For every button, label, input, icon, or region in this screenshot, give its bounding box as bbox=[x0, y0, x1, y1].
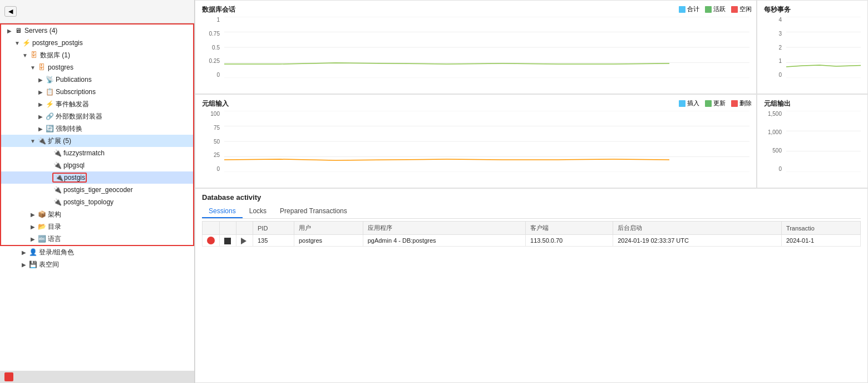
th-user: 用户 bbox=[294, 222, 363, 235]
postgis-label: postgis bbox=[64, 174, 85, 181]
ext-fuzzystrmatch-icon: 🔌 bbox=[52, 149, 62, 157]
chevron-right-icon-ts: ▶ bbox=[20, 262, 28, 268]
tuples-in-svg-container bbox=[224, 111, 749, 172]
collapse-btn[interactable]: ◀ bbox=[4, 6, 17, 17]
legend-update-dot bbox=[705, 100, 712, 107]
sidebar-item-tablespaces[interactable]: ▶ 💾 表空间 bbox=[0, 258, 194, 271]
th-status bbox=[203, 222, 220, 235]
chevron-right-icon-pub: ▶ bbox=[37, 77, 45, 83]
legend-insert-label: 插入 bbox=[687, 99, 699, 107]
legend-delete-dot bbox=[731, 100, 738, 107]
sidebar-item-cast[interactable]: ▶ 🔄 强制转换 bbox=[1, 122, 193, 135]
tuples-in-svg bbox=[224, 111, 749, 172]
legend-update: 更新 bbox=[705, 99, 726, 107]
y-025: 0.25 bbox=[202, 58, 220, 64]
extensions-icon: 🔌 bbox=[37, 137, 47, 145]
subscriptions-icon: 📋 bbox=[45, 88, 55, 96]
legend-insert-dot bbox=[679, 100, 685, 107]
dashboard-grid: 数据库会话 合计 活跃 空闲 1 0.75 0 bbox=[195, 0, 868, 188]
schemas-icon: 📦 bbox=[37, 210, 47, 218]
database-server-icon: ⚡ bbox=[21, 39, 31, 47]
foreign-data-label: 外部数据封装器 bbox=[56, 112, 102, 121]
sidebar-item-postgis-topology[interactable]: 🔌 postgis_topology bbox=[1, 196, 193, 208]
sidebar-item-servers[interactable]: ▶ 🖥 Servers (4) bbox=[1, 24, 193, 37]
chevron-right-icon: ▶ bbox=[6, 28, 13, 34]
legend-idle-dot bbox=[731, 6, 738, 13]
sidebar-item-extensions[interactable]: ▼ 🔌 扩展 (5) bbox=[1, 135, 193, 147]
tps-svg-container bbox=[786, 17, 861, 78]
sidebar-item-foreign-data[interactable]: ▶ 🔗 外部数据封装器 bbox=[1, 110, 193, 122]
sidebar-item-event-triggers[interactable]: ▶ ⚡ 事件触发器 bbox=[1, 98, 193, 110]
chevron-right-icon-fd: ▶ bbox=[37, 114, 45, 120]
legend-update-label: 更新 bbox=[713, 99, 726, 107]
tabs-bar: Sessions Locks Prepared Transactions bbox=[202, 205, 861, 219]
ti-y-75: 75 bbox=[202, 125, 220, 131]
sidebar-item-subscriptions[interactable]: ▶ 📋 Subscriptions bbox=[1, 86, 193, 98]
extensions-label: 扩展 (5) bbox=[48, 136, 71, 146]
ti-y-25: 25 bbox=[202, 152, 220, 158]
to-y-500: 500 bbox=[764, 148, 782, 154]
postgis-tiger-label: postgis_tiger_geocoder bbox=[63, 186, 133, 194]
td-app: pgAdmin 4 - DB:postgres bbox=[363, 235, 525, 247]
sidebar-item-databases[interactable]: ▼ 🗄 数据库 (1) bbox=[1, 49, 193, 61]
sidebar-item-catalogs[interactable]: ▶ 📂 目录 bbox=[1, 220, 193, 233]
ext-plpgsql-icon: 🔌 bbox=[52, 161, 62, 169]
tab-prepared-transactions[interactable]: Prepared Transactions bbox=[273, 205, 354, 218]
tps-y-2: 2 bbox=[764, 45, 782, 51]
chevron-right-icon-cast: ▶ bbox=[37, 126, 45, 132]
languages-label: 语言 bbox=[48, 234, 61, 244]
db-group-label: 数据库 (1) bbox=[40, 51, 70, 60]
tuples-out-title: 元组输出 bbox=[764, 99, 861, 109]
th-backend: 后台启动 bbox=[613, 222, 782, 235]
server-name: postgres_postgis bbox=[32, 39, 83, 47]
tree-panel: ▶ 🖥 Servers (4) ▼ ⚡ postgres_postgis ▼ 🗄… bbox=[0, 23, 194, 246]
sidebar-item-postgis-tiger[interactable]: 🔌 postgis_tiger_geocoder bbox=[1, 184, 193, 196]
chevron-right-icon-lang: ▶ bbox=[29, 236, 37, 242]
plpgsql-label: plpgsql bbox=[63, 161, 85, 169]
th-transaction: Transactio bbox=[781, 222, 860, 235]
db-icon: 🗄 bbox=[37, 63, 47, 71]
play-icon bbox=[241, 238, 246, 244]
sidebar-item-postgis[interactable]: 🔌 postgis bbox=[1, 171, 193, 184]
sidebar-item-login-roles[interactable]: ▶ 👤 登录/组角色 bbox=[0, 246, 194, 258]
th-pid: PID bbox=[253, 222, 294, 235]
chevron-down-icon-3: ▼ bbox=[29, 65, 37, 71]
sidebar-item-fuzzystrmatch[interactable]: 🔌 fuzzystrmatch bbox=[1, 147, 193, 159]
ext-tiger-icon: 🔌 bbox=[52, 186, 62, 194]
tuples-in-section: 元组输入 插入 更新 删除 100 75 50 bbox=[195, 94, 757, 188]
tuples-in-legend: 插入 更新 删除 bbox=[679, 99, 752, 107]
chevron-right-icon-cat: ▶ bbox=[29, 224, 37, 230]
database-group-icon: 🗄 bbox=[29, 51, 39, 59]
schemas-label: 架构 bbox=[48, 210, 61, 219]
sidebar-item-languages[interactable]: ▶ 🔤 语言 bbox=[1, 233, 193, 245]
sidebar-item-server[interactable]: ▼ ⚡ postgres_postgis bbox=[1, 37, 193, 49]
sidebar-item-publications[interactable]: ▶ 📡 Publications bbox=[1, 73, 193, 86]
tuples-in-chart-area: 100 75 50 25 0 bbox=[202, 111, 749, 183]
th-stop bbox=[220, 222, 236, 235]
legend-delete-label: 删除 bbox=[739, 99, 752, 107]
sidebar-item-schemas[interactable]: ▶ 📦 架构 bbox=[1, 208, 193, 220]
y-1: 1 bbox=[202, 17, 220, 23]
sessions-chart-section: 数据库会话 合计 活跃 空闲 1 0.75 0 bbox=[195, 0, 757, 94]
tps-yaxis: 4 3 2 1 0 bbox=[764, 17, 784, 78]
chevron-right-icon-sch: ▶ bbox=[29, 212, 37, 218]
tuples-in-yaxis: 100 75 50 25 0 bbox=[202, 111, 222, 172]
sidebar-item-plpgsql[interactable]: 🔌 plpgsql bbox=[1, 159, 193, 171]
sidebar-item-postgres-db[interactable]: ▼ 🗄 postgres bbox=[1, 61, 193, 73]
foreign-data-icon: 🔗 bbox=[45, 112, 55, 120]
tuples-out-chart-area: 1,500 1,000 500 0 bbox=[764, 111, 861, 183]
publications-label: Publications bbox=[56, 76, 92, 84]
chevron-down-icon-2: ▼ bbox=[21, 52, 29, 58]
tab-sessions[interactable]: Sessions bbox=[202, 205, 243, 218]
tps-y-1: 1 bbox=[764, 58, 782, 64]
table-header-row: PID 用户 应用程序 客户端 后台启动 Transactio bbox=[203, 222, 861, 235]
td-stop bbox=[220, 235, 236, 247]
legend-active: 活跃 bbox=[705, 5, 726, 13]
chevron-right-icon-lr: ▶ bbox=[20, 249, 28, 256]
ext-postgis-icon: 🔌 bbox=[54, 174, 64, 181]
to-y-1500: 1,500 bbox=[764, 111, 782, 117]
tab-locks[interactable]: Locks bbox=[243, 205, 273, 218]
activity-section: Database activity Sessions Locks Prepare… bbox=[195, 188, 868, 383]
catalogs-label: 目录 bbox=[48, 222, 61, 232]
to-y-1000: 1,000 bbox=[764, 129, 782, 135]
